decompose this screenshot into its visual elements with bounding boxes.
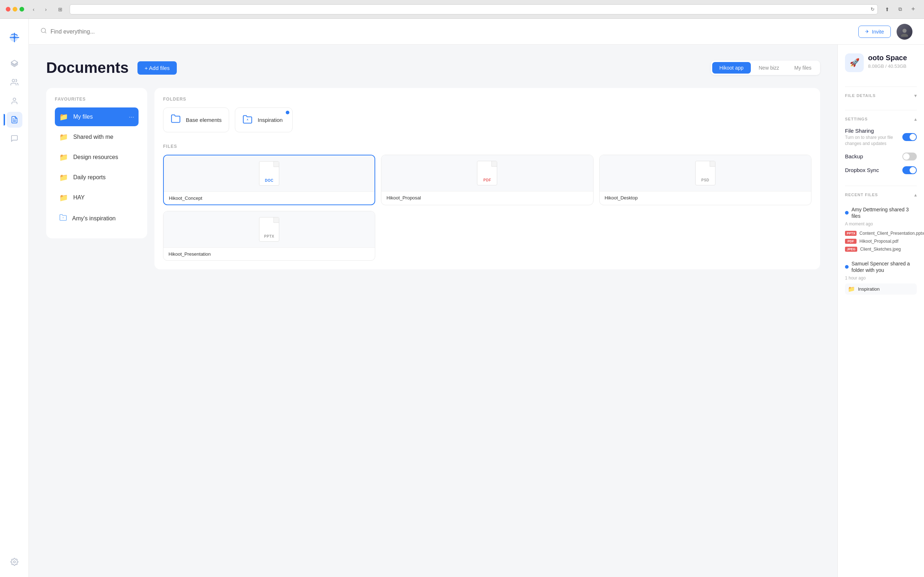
folder-base-elements[interactable]: Base elements [163,108,229,132]
avatar-image [897,24,913,40]
folder-name-base-elements: Base elements [186,117,221,123]
file-name-desktop: Hikoot_Desktop [599,191,811,204]
svg-point-9 [902,29,906,32]
app-layout: ✈ Invite Documents [0,19,924,577]
fav-item-my-files[interactable]: 📁 My files ··· [55,108,139,126]
nav-icon-team[interactable] [6,74,23,90]
fav-item-amys-inspiration[interactable]: Amy's inspiration ··· [55,208,139,228]
recent-folder-name: Inspiration [858,286,880,292]
fav-more-my-files[interactable]: ··· [129,113,134,121]
minimize-traffic-light[interactable] [13,7,17,11]
space-details: ooto Space 8.08GB / 40.53GB [868,53,907,69]
setting-file-sharing-info: File Sharing Turn on to share your file … [845,128,902,147]
tab-hikoot-app[interactable]: Hikoot app [712,62,751,74]
invite-button[interactable]: ✈ Invite [858,26,891,38]
search-icon [40,27,47,36]
browser-chrome: ‹ › ⊞ ↻ ⬆ ⧉ + [0,0,924,19]
app-header: ✈ Invite [29,19,924,45]
folders-section-label: FOLDERS [163,97,811,102]
new-tab-button[interactable]: + [908,4,918,15]
toggle-dropbox-sync[interactable] [902,166,917,174]
file-type-label-proposal: PDF [483,178,491,182]
docs-header: Documents + Add files Hikoot app New biz… [46,59,820,76]
recent-samuel-time: 1 hour ago [845,276,917,280]
fav-item-hay[interactable]: 📁 HAY ··· [55,188,139,207]
folder-icon [171,114,181,126]
folder-icon-daily: 📁 [59,173,68,182]
address-bar[interactable]: ↻ [69,4,878,15]
file-doc-icon-presentation: PPTX [259,217,279,242]
forward-button[interactable]: › [41,4,51,15]
recent-file-pdf[interactable]: PDF Hikoot_Proposal.pdf [845,237,917,245]
nav-icon-chat[interactable] [6,131,23,147]
tab-new-bizz[interactable]: New bizz [751,62,787,74]
recent-files-toggle[interactable]: ▴ [914,192,917,198]
share-button[interactable]: ⬆ [882,4,892,15]
nav-icon-settings[interactable] [6,554,23,570]
reload-button[interactable]: ↻ [871,6,875,12]
fullscreen-traffic-light[interactable] [19,7,24,11]
folder-icon-my-files: 📁 [59,113,68,121]
sidebar-toggle-button[interactable]: ⊞ [55,4,65,15]
settings-label: SETTINGS [845,117,868,121]
files-grid: DOC Hikoot_Concept PDF [163,155,811,261]
toggle-knob-file-sharing [909,134,916,140]
nav-icon-layers[interactable] [6,56,23,71]
fav-item-shared-with-me[interactable]: 📁 Shared with me ··· [55,128,139,147]
recent-folder-inspiration[interactable]: 📁 Inspiration [845,284,917,295]
setting-file-sharing: File Sharing Turn on to share your file … [845,128,917,147]
setting-backup-info: Backup [845,153,863,160]
fav-label-amys: Amy's inspiration [72,215,124,222]
svg-point-2 [12,79,15,82]
file-doc-icon-concept: DOC [259,161,279,186]
file-details-toggle[interactable]: ▾ [914,93,917,98]
file-name-concept: Hikoot_Concept [164,192,375,205]
recent-file-pptx[interactable]: PPTX Content_Client_Presentation.pptx [845,229,917,237]
file-preview-concept: DOC [164,155,375,192]
recent-amy-time: A moment ago [845,221,917,226]
fav-label-shared: Shared with me [73,134,124,140]
tab-my-files[interactable]: My files [787,62,819,74]
close-traffic-light[interactable] [6,7,10,11]
invite-icon: ✈ [865,29,869,34]
fav-item-design-resources[interactable]: 📁 Design resources ··· [55,148,139,167]
file-preview-proposal: PDF [381,155,593,191]
settings-toggle[interactable]: ▴ [914,116,917,122]
avatar[interactable] [897,24,913,40]
recent-file-name-pptx: Content_Client_Presentation.pptx [859,231,924,236]
folder-inspiration[interactable]: Inspiration [235,108,292,132]
recent-folder-icon: 📁 [848,285,855,292]
fav-label-my-files: My files [73,114,124,120]
file-type-label-concept: DOC [265,179,273,182]
add-files-button[interactable]: + Add files [137,61,177,75]
back-button[interactable]: ‹ [29,4,39,15]
recent-item-amy: Amy Dettmering shared 3 files A moment a… [845,206,917,253]
recent-file-name-jpeg: Client_Sketches.jpeg [860,247,901,252]
file-card-proposal[interactable]: PDF Hikoot_Proposal [381,155,593,205]
app-logo [9,32,20,43]
recent-samuel-header: Samuel Spencer shared a folder with you [845,260,917,273]
traffic-lights [6,7,24,11]
file-card-presentation[interactable]: PPTX Hikoot_Presentation [163,211,375,261]
tabs-button[interactable]: ⧉ [895,4,905,15]
nav-icon-documents[interactable] [6,112,23,128]
fav-label-design: Design resources [73,154,124,161]
file-card-concept[interactable]: DOC Hikoot_Concept [163,155,375,205]
folder-icon-amys [59,213,67,223]
toggle-backup[interactable] [902,153,917,161]
file-doc-icon-desktop: PSD [695,161,716,185]
file-preview-presentation: PPTX [163,211,375,247]
setting-dropbox-sync: Dropbox Sync [845,166,917,174]
recent-file-name-pdf: Hikoot_Proposal.pdf [859,239,898,244]
svg-point-3 [13,98,16,101]
file-name-proposal: Hikoot_Proposal [381,191,593,204]
toggle-knob-dropbox [909,167,916,174]
fav-item-daily-reports[interactable]: 📁 Daily reports ··· [55,168,139,187]
recent-file-jpeg[interactable]: JPEG Client_Sketches.jpeg [845,245,917,253]
toggle-file-sharing[interactable] [902,133,917,141]
search-input[interactable] [50,29,159,35]
folder-icon-inspiration [242,114,252,126]
nav-icon-user[interactable] [6,93,23,109]
file-card-desktop[interactable]: PSD Hikoot_Desktop [599,155,811,205]
folder-name-inspiration: Inspiration [258,117,283,123]
